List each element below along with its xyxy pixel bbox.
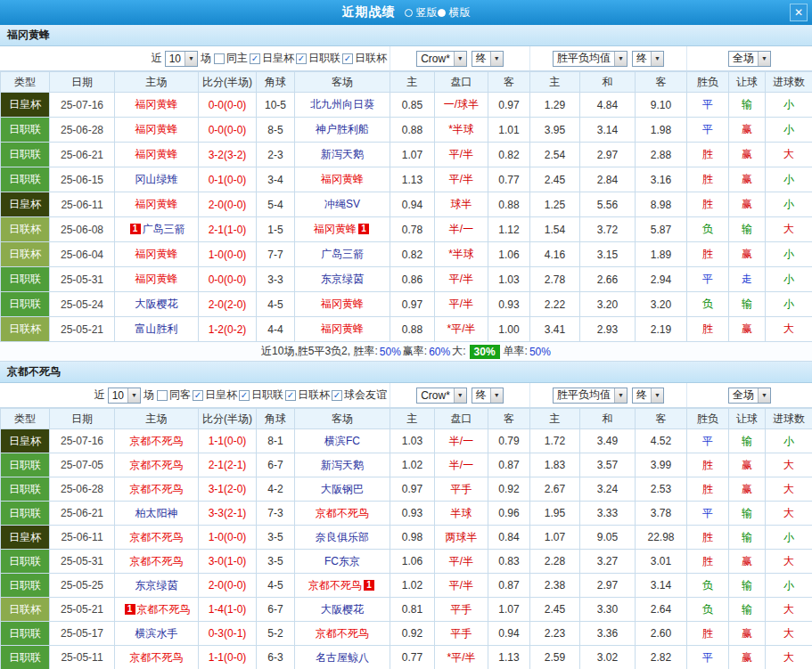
away-team-name[interactable]: 东京绿茵 [321,273,364,285]
away-team-cell[interactable]: 东京绿茵 [295,267,390,292]
home-team-cell[interactable]: 福冈黄蜂 [115,267,199,292]
score-cell[interactable]: 1-0(0-0) [199,242,257,267]
match-scope-select[interactable]: 全场 ▼ [728,51,771,67]
home-team-cell[interactable]: 京都不死鸟 [115,429,199,453]
date-cell[interactable]: 25-05-31 [50,550,115,574]
home-team-cell[interactable]: 福冈黄蜂 [115,118,199,143]
score-cell[interactable]: 0-0(0-0) [199,118,257,143]
score-cell[interactable]: 3-1(2-0) [199,477,257,502]
home-team-name[interactable]: 京都不死鸟 [130,459,184,471]
away-team-name[interactable]: 京都不死鸟 [316,627,369,640]
date-cell[interactable]: 25-07-16 [50,93,115,118]
home-team-cell[interactable]: 福冈黄蜂 [115,93,199,118]
home-team-cell[interactable]: 冈山绿雉 [115,167,199,192]
score-cell[interactable]: 2-1(1-0) [199,217,257,242]
checkbox-icon[interactable] [157,390,168,401]
away-team-cell[interactable]: 奈良俱乐部 [295,526,390,550]
home-team-name[interactable]: 福冈黄蜂 [135,273,178,285]
date-cell[interactable]: 25-05-11 [50,646,115,669]
home-team-name[interactable]: 横滨水手 [135,627,178,640]
away-team-name[interactable]: 大阪钢巴 [321,483,364,495]
home-team-name[interactable]: 柏太阳神 [135,507,178,519]
filter-checkbox[interactable]: ✓球会友谊 [332,388,387,403]
date-cell[interactable]: 25-06-15 [50,167,115,192]
checkbox-icon[interactable] [214,53,225,64]
filter-checkbox[interactable]: ✓日职联 [296,51,340,66]
checkbox-icon[interactable]: ✓ [342,53,353,64]
games-count-select[interactable]: 10 ▼ [165,51,198,67]
home-team-cell[interactable]: 1京都不死鸟 [115,598,199,622]
away-team-cell[interactable]: 新泻天鹅 [295,143,390,167]
home-team-cell[interactable]: 柏太阳神 [115,502,199,526]
layout-radio-option[interactable]: 竖版 [405,5,438,20]
date-cell[interactable]: 25-06-21 [50,143,115,167]
date-cell[interactable]: 25-06-11 [50,526,115,550]
avg-type-select[interactable]: 胜平负均值 ▼ [553,388,627,404]
away-team-name[interactable]: 横滨FC [324,435,360,447]
score-cell[interactable]: 0-3(0-1) [199,622,257,646]
filter-checkbox[interactable]: ✓日职联 [239,388,283,403]
away-team-cell[interactable]: 新泻天鹅 [295,453,390,477]
away-team-name[interactable]: 广岛三箭 [321,248,364,260]
date-cell[interactable]: 25-06-04 [50,242,115,267]
odds-company-select[interactable]: Crow* ▼ [416,51,467,67]
score-cell[interactable]: 1-1(0-0) [199,429,257,453]
odds-final-select[interactable]: 终 ▼ [472,388,504,404]
home-team-name[interactable]: 京都不死鸟 [130,531,184,543]
away-team-name[interactable]: 奈良俱乐部 [316,531,369,543]
close-button[interactable]: ✕ [790,4,808,21]
score-cell[interactable]: 3-0(1-0) [199,550,257,574]
score-cell[interactable]: 1-2(0-2) [199,317,257,342]
away-team-name[interactable]: 京都不死鸟 [308,579,362,591]
checkbox-icon[interactable]: ✓ [296,53,307,64]
home-team-name[interactable]: 京都不死鸟 [130,651,184,664]
away-team-name[interactable]: 新泻天鹅 [321,459,364,471]
away-team-cell[interactable]: 北九州向日葵 [295,93,390,118]
home-team-cell[interactable]: 1广岛三箭 [115,217,199,242]
home-team-name[interactable]: 京都不死鸟 [130,435,184,447]
home-team-name[interactable]: 福冈黄蜂 [135,148,178,160]
away-team-cell[interactable]: 福冈黄蜂 [295,292,390,317]
date-cell[interactable]: 25-07-16 [50,429,115,453]
score-cell[interactable]: 2-0(2-0) [199,292,257,317]
away-team-name[interactable]: 新泻天鹅 [321,148,364,160]
away-team-name[interactable]: FC东京 [324,555,360,567]
home-team-cell[interactable]: 大阪樱花 [115,292,199,317]
away-team-name[interactable]: 名古屋鲸八 [316,651,369,664]
away-team-cell[interactable]: 京都不死鸟1 [295,574,390,598]
away-team-cell[interactable]: 福冈黄蜂 [295,167,390,192]
odds-final-select[interactable]: 终 ▼ [472,51,504,67]
filter-checkbox[interactable]: ✓日皇杯 [250,51,294,66]
date-cell[interactable]: 25-05-21 [50,317,115,342]
away-team-cell[interactable]: 名古屋鲸八 [295,646,390,669]
home-team-name[interactable]: 东京绿茵 [135,579,178,591]
score-cell[interactable]: 2-0(0-0) [199,192,257,217]
score-cell[interactable]: 0-0(0-0) [199,267,257,292]
away-team-cell[interactable]: 广岛三箭 [295,242,390,267]
score-cell[interactable]: 2-0(0-0) [199,574,257,598]
games-count-select[interactable]: 10 ▼ [108,388,141,404]
home-team-cell[interactable]: 福冈黄蜂 [115,192,199,217]
home-team-name[interactable]: 福冈黄蜂 [135,248,178,260]
score-cell[interactable]: 1-1(0-0) [199,646,257,669]
date-cell[interactable]: 25-05-24 [50,292,115,317]
avg-final-select[interactable]: 终 ▼ [632,388,664,404]
away-team-cell[interactable]: 大阪钢巴 [295,477,390,502]
away-team-cell[interactable]: 大阪樱花 [295,598,390,622]
date-cell[interactable]: 25-06-21 [50,502,115,526]
away-team-name[interactable]: 大阪樱花 [321,603,364,616]
checkbox-icon[interactable]: ✓ [250,53,260,64]
home-team-cell[interactable]: 东京绿茵 [115,574,199,598]
away-team-name[interactable]: 北九州向日葵 [310,98,374,110]
score-cell[interactable]: 1-0(0-0) [199,526,257,550]
layout-radio-option[interactable]: 横版 [438,5,471,20]
away-team-cell[interactable]: 神户胜利船 [295,118,390,143]
away-team-cell[interactable]: 福冈黄蜂 [295,317,390,342]
home-team-cell[interactable]: 京都不死鸟 [115,646,199,669]
date-cell[interactable]: 25-06-28 [50,477,115,502]
score-cell[interactable]: 0-1(0-0) [199,167,257,192]
checkbox-icon[interactable]: ✓ [285,390,296,401]
away-team-name[interactable]: 京都不死鸟 [316,507,369,519]
date-cell[interactable]: 25-06-11 [50,192,115,217]
home-team-name[interactable]: 京都不死鸟 [137,603,191,616]
